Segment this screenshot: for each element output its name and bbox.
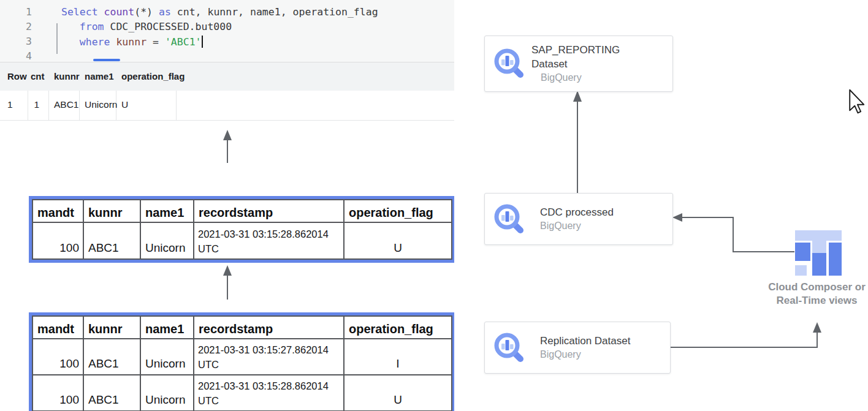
header-recordstamp: recordstamp: [194, 316, 344, 339]
sql-query-editor[interactable]: 1 2 3 4 Select count(*) as cnt, kunnr, n…: [0, 0, 454, 62]
composer-label-line1: Cloud Composer or: [763, 281, 868, 294]
arrow-composer-to-cdc: [682, 217, 794, 252]
cell-mandt: 100: [32, 222, 83, 259]
sap-reporting-dataset-card: SAP_REPORTING Dataset BigQuery: [484, 36, 673, 92]
table-header-row: mandt kunnr name1 recordstamp operation_…: [32, 200, 452, 222]
composer-label: Cloud Composer or Real-Time views: [763, 281, 868, 307]
card-title: SAP_REPORTING Dataset: [531, 43, 636, 71]
sql-identifier: kunnr: [116, 36, 147, 48]
sql-text: cnt, kunnr, name1, operation_flag: [171, 6, 378, 18]
cell-kunnr: ABC1: [83, 339, 140, 375]
sql-text: [110, 36, 116, 48]
table-row: 100 ABC1 Unicorn 2021-03-31 03:15:27.862…: [32, 339, 452, 375]
header-kunnr: kunnr: [83, 316, 140, 339]
header-kunnr: kunnr: [83, 200, 140, 222]
line-number: 4: [0, 50, 32, 62]
cell-mandt: 100: [32, 375, 83, 411]
header-mandt: mandt: [32, 200, 83, 222]
indent-guide: [56, 23, 58, 54]
header-name1: name1: [140, 316, 194, 339]
bigquery-icon: [492, 47, 527, 81]
cell-row-number: 1: [7, 99, 13, 110]
column-divider: [48, 91, 49, 120]
cell-kunnr: ABC1: [83, 375, 140, 411]
code-line-2[interactable]: from CDC_PROCESSED.but000: [61, 21, 232, 32]
header-mandt: mandt: [32, 316, 83, 339]
bigquery-icon: [492, 202, 527, 236]
cell-recordstamp: 2021-03-31 03:15:28.862014 UTC: [194, 375, 344, 411]
results-data-row: 1 1 ABC1 Unicorn U: [0, 91, 454, 121]
column-header-kunnr: kunnr: [54, 71, 80, 81]
results-header-row: Row cnt kunnr name1 operation_flag: [0, 62, 454, 91]
cell-recordstamp: 2021-03-31 03:15:28.862014 UTC: [194, 222, 344, 259]
column-header-cnt: cnt: [31, 71, 45, 81]
cell-name1: Unicorn: [140, 375, 194, 411]
header-name1: name1: [140, 200, 194, 222]
line-number: 1: [0, 6, 32, 18]
table-row: 100 ABC1 Unicorn 2021-03-31 03:15:28.862…: [32, 222, 452, 259]
arrowhead: [223, 130, 232, 140]
cell-operation-flag: U: [121, 99, 128, 110]
sql-function: count: [104, 6, 135, 18]
replication-table: mandt kunnr name1 recordstamp operation_…: [29, 312, 454, 411]
arrowhead: [573, 91, 582, 102]
cdc-processed-table: mandt kunnr name1 recordstamp operation_…: [29, 196, 454, 263]
sql-string: 'ABC1': [165, 36, 202, 48]
bigquery-icon: [492, 331, 527, 365]
cell-name1: Unicorn: [85, 99, 117, 110]
arrowhead: [813, 322, 821, 333]
cdc-processed-card: CDC processed BigQuery: [484, 193, 673, 245]
arrow-replication-to-composer: [669, 333, 817, 347]
cell-kunnr: ABC1: [54, 99, 79, 110]
cell-cnt: 1: [22, 99, 39, 110]
column-divider: [176, 91, 177, 120]
sql-keyword: from: [61, 21, 104, 32]
card-subtitle: BigQuery: [540, 348, 630, 361]
column-header-name1: name1: [85, 71, 114, 81]
code-line-1[interactable]: Select count(*) as cnt, kunnr, name1, op…: [61, 6, 378, 18]
text-caret: [202, 36, 203, 48]
sql-keyword: where: [61, 36, 110, 48]
active-tab-indicator: [93, 59, 120, 61]
sql-text: (*): [134, 6, 159, 18]
header-recordstamp: recordstamp: [194, 200, 344, 222]
replication-dataset-card: Replication Dataset BigQuery: [484, 322, 671, 374]
sql-keyword: Select: [61, 6, 104, 18]
header-operation-flag: operation_flag: [344, 316, 452, 339]
sql-text: CDC_PROCESSED.but000: [104, 21, 232, 32]
header-operation-flag: operation_flag: [344, 200, 452, 222]
arrowhead: [223, 265, 232, 276]
sql-keyword: as: [159, 6, 171, 18]
cell-kunnr: ABC1: [83, 222, 140, 259]
line-number: 3: [0, 36, 32, 47]
cell-mandt: 100: [32, 339, 83, 375]
column-divider: [79, 91, 80, 120]
cell-operation-flag: U: [344, 222, 452, 259]
card-subtitle: BigQuery: [540, 219, 614, 233]
mouse-cursor: [848, 89, 866, 117]
card-subtitle: BigQuery: [541, 71, 636, 85]
cloud-composer-icon: [795, 230, 842, 276]
composer-label-line2: Real-Time views: [763, 294, 868, 307]
table-header-row: mandt kunnr name1 recordstamp operation_…: [32, 316, 452, 339]
sql-text: =: [147, 36, 165, 48]
card-title: CDC processed: [540, 205, 614, 219]
table-row: 100 ABC1 Unicorn 2021-03-31 03:15:28.862…: [32, 375, 452, 411]
cell-operation-flag: U: [344, 375, 452, 411]
column-header-row: Row: [7, 71, 27, 81]
card-title: Replication Dataset: [540, 334, 630, 348]
code-line-3[interactable]: where kunnr = 'ABC1': [61, 36, 203, 48]
column-header-operation-flag: operation_flag: [121, 71, 185, 81]
arrowhead: [672, 213, 682, 222]
cell-operation-flag: I: [344, 339, 452, 375]
cell-recordstamp: 2021-03-31 03:15:27.862014 UTC: [194, 339, 344, 375]
cell-name1: Unicorn: [140, 339, 194, 375]
line-number: 2: [0, 21, 32, 32]
cell-name1: Unicorn: [140, 222, 194, 259]
